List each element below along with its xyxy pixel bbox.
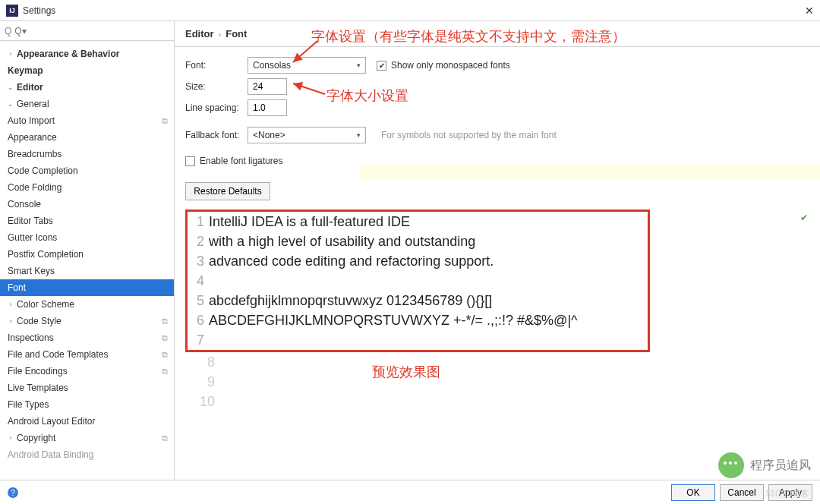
tree-postfix[interactable]: Postfix Completion: [0, 246, 174, 263]
copy-icon: ⧉: [162, 317, 168, 326]
tree-code-style[interactable]: ›Code Style⧉: [0, 313, 174, 329]
monospace-checkbox[interactable]: ✔: [377, 61, 386, 71]
close-icon[interactable]: ✕: [805, 5, 814, 17]
tree-file-templates[interactable]: File and Code Templates⧉: [0, 346, 174, 363]
tree-auto-import[interactable]: Auto Import⧉: [0, 112, 174, 129]
copy-icon: ⧉: [162, 333, 168, 343]
tree-color-scheme[interactable]: ›Color Scheme: [0, 296, 174, 313]
search-icon: Q: [5, 26, 11, 36]
tree-android-layout[interactable]: Android Layout Editor: [0, 413, 174, 430]
tree-breadcrumbs[interactable]: Breadcrumbs: [0, 146, 174, 162]
chevron-right-icon: ›: [219, 30, 222, 39]
tree-file-encodings[interactable]: File Encodings⧉: [0, 363, 174, 380]
tree-font[interactable]: Font: [0, 279, 174, 296]
font-preview[interactable]: 1IntelliJ IDEA is a full-featured IDE 2w…: [185, 209, 650, 352]
tree-appearance[interactable]: Appearance: [0, 129, 174, 146]
monospace-label: Show only monospaced fonts: [391, 60, 510, 71]
tree-inspections[interactable]: Inspections⧉: [0, 329, 174, 346]
copy-icon: ⧉: [162, 367, 168, 376]
fallback-select[interactable]: <None> ▾: [248, 127, 366, 143]
copy-icon: ⧉: [162, 350, 168, 360]
spacing-input[interactable]: [248, 99, 287, 116]
size-input[interactable]: [248, 78, 287, 95]
tree-live-templates[interactable]: Live Templates: [0, 380, 174, 396]
tree-editor[interactable]: ⌄Editor: [0, 79, 174, 96]
ligatures-label: Enable font ligatures: [200, 156, 282, 166]
watermark: 程序员追风: [718, 452, 811, 478]
wechat-icon: [718, 452, 744, 478]
help-icon[interactable]: ?: [8, 487, 18, 498]
chevron-down-icon: ▾: [357, 131, 361, 139]
highlight-band: [360, 163, 820, 180]
tree-editor-tabs[interactable]: Editor Tabs: [0, 213, 174, 229]
crumb-leaf: Font: [226, 28, 247, 39]
sidebar: Q ›Appearance & Behavior Keymap ⌄Editor …: [0, 21, 175, 480]
tree-general[interactable]: ⌄General: [0, 96, 174, 112]
preview-gutter-extra: 8 9 10: [198, 352, 809, 411]
main-panel: Editor › Font Font: Consolas ▾ ✔ Show on…: [175, 21, 820, 480]
tree-copyright[interactable]: ›Copyright⧉: [0, 430, 174, 446]
tree-code-completion[interactable]: Code Completion: [0, 162, 174, 179]
window-title: Settings: [23, 5, 55, 16]
tree-code-folding[interactable]: Code Folding: [0, 179, 174, 196]
tree-smart-keys[interactable]: Smart Keys: [0, 263, 174, 279]
ligatures-checkbox[interactable]: [185, 156, 195, 166]
fallback-hint: For symbols not supported by the main fo…: [381, 130, 557, 140]
settings-tree: ›Appearance & Behavior Keymap ⌄Editor ⌄G…: [0, 41, 174, 480]
font-select[interactable]: Consolas ▾: [248, 57, 366, 74]
titlebar: IJ Settings ✕: [0, 0, 820, 21]
footer: OK Cancel Apply: [0, 480, 820, 504]
crumb-root[interactable]: Editor: [185, 28, 214, 39]
tree-appearance-behavior[interactable]: ›Appearance & Behavior: [0, 46, 174, 62]
copy-icon: ⧉: [162, 116, 168, 126]
tree-keymap[interactable]: Keymap: [0, 62, 174, 79]
tree-file-types[interactable]: File Types: [0, 396, 174, 413]
tree-android-data[interactable]: Android Data Binding: [0, 446, 174, 463]
font-form: Font: Consolas ▾ ✔ Show only monospaced …: [175, 47, 820, 176]
tree-gutter-icons[interactable]: Gutter Icons: [0, 229, 174, 246]
spacing-label: Line spacing:: [185, 102, 248, 113]
restore-defaults-button[interactable]: Restore Defaults: [185, 182, 270, 200]
tree-console[interactable]: Console: [0, 196, 174, 213]
watermark-sub: 51CTO博客: [766, 488, 809, 499]
search-bar[interactable]: Q: [0, 21, 174, 41]
size-label: Size:: [185, 81, 248, 92]
copy-icon: ⧉: [162, 433, 168, 443]
app-icon: IJ: [6, 5, 18, 17]
ok-button[interactable]: OK: [671, 484, 715, 501]
chevron-down-icon: ▾: [357, 61, 361, 69]
cancel-button[interactable]: Cancel: [720, 484, 764, 501]
fallback-label: Fallback font:: [185, 130, 248, 140]
search-input[interactable]: [14, 26, 169, 36]
breadcrumb: Editor › Font: [175, 21, 820, 47]
check-icon: ✔: [800, 213, 808, 223]
font-label: Font:: [185, 60, 248, 71]
